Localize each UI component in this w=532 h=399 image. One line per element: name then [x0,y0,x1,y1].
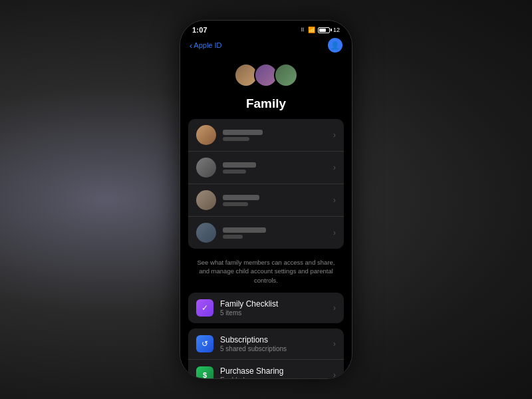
checklist-sublabel: 5 items [220,309,333,317]
member-role-4 [223,235,243,239]
member-name-3 [223,195,259,200]
member-info-1 [223,130,333,141]
family-avatars [180,57,352,92]
member-info-4 [223,227,333,239]
family-checklist-row[interactable]: ✓ Family Checklist 5 items › [188,293,344,323]
purchase-sharing-label-wrap: Purchase Sharing Enabled [220,366,333,378]
wifi-icon: 📶 [308,27,315,33]
battery-level: 12 [333,27,340,33]
purchase-sharing-row[interactable]: $ Purchase Sharing Enabled › [188,360,344,378]
back-chevron-icon: ‹ [190,41,192,51]
purchase-sharing-icon: $ [196,366,213,378]
scroll-content[interactable]: Family › › [180,57,352,378]
purchase-sharing-chevron-icon: › [333,370,336,378]
checklist-label-wrap: Family Checklist 5 items [220,299,333,317]
member-role-2 [223,170,246,174]
member-info-3 [223,195,333,206]
status-time: 1:07 [192,26,207,34]
status-bar: 1:07 ⠿ 📶 12 [180,21,352,35]
checklist-chevron-icon: › [333,303,336,313]
family-description: See what family members can access and s… [180,253,352,293]
phone-screen: 1:07 ⠿ 📶 12 ‹ Apple ID 👤 [180,21,352,378]
chevron-icon-3: › [333,196,336,205]
member-role-1 [223,137,249,141]
member-info-2 [223,162,333,174]
members-section: › › › [188,119,344,249]
member-avatar-4 [196,223,216,243]
member-row[interactable]: › [188,119,344,152]
add-person-icon: 👤 [331,41,340,50]
subscriptions-label: Subscriptions [220,335,333,344]
back-label: Apple ID [194,41,221,49]
battery-icon [318,27,330,33]
chevron-icon-1: › [333,130,336,140]
member-avatar-3 [196,190,216,210]
chevron-icon-4: › [333,228,336,237]
member-name-2 [223,162,256,168]
checklist-section: ✓ Family Checklist 5 items › [188,293,344,323]
grid-icon: ⠿ [301,27,305,33]
checklist-icon: ✓ [196,299,213,317]
subscriptions-icon-glyph: ↺ [201,339,208,348]
member-row-3[interactable]: › [188,184,344,217]
status-icons: ⠿ 📶 12 [301,27,340,33]
subscriptions-sublabel: 5 shared subscriptions [220,345,333,352]
page-title: Family [180,92,352,119]
subscriptions-row[interactable]: ↺ Subscriptions 5 shared subscriptions › [188,329,344,360]
member-row-2[interactable]: › [188,152,344,184]
checklist-icon-glyph: ✓ [201,303,208,313]
subscriptions-label-wrap: Subscriptions 5 shared subscriptions [220,335,333,352]
profile-icon-button[interactable]: 👤 [328,38,342,53]
member-name-1 [223,130,263,135]
subscriptions-icon: ↺ [196,335,213,352]
back-button[interactable]: ‹ Apple ID [190,41,222,51]
member-name-4 [223,227,266,233]
purchase-sharing-icon-glyph: $ [203,371,207,378]
chevron-icon-2: › [333,163,336,172]
avatar-3 [274,63,298,87]
purchase-sharing-label: Purchase Sharing [220,366,333,376]
avatars-group [234,63,298,87]
checklist-label: Family Checklist [220,299,333,309]
member-role-3 [223,202,248,206]
purchase-sharing-sublabel: Enabled [220,376,333,378]
member-avatar-1 [196,125,216,145]
subscriptions-chevron-icon: › [333,339,336,348]
battery-fill [319,29,326,32]
sharing-section: ↺ Subscriptions 5 shared subscriptions ›… [188,329,344,378]
phone-frame: 1:07 ⠿ 📶 12 ‹ Apple ID 👤 [180,20,352,379]
nav-bar: ‹ Apple ID 👤 [180,35,352,57]
member-row-4[interactable]: › [188,217,344,249]
member-avatar-2 [196,158,216,178]
